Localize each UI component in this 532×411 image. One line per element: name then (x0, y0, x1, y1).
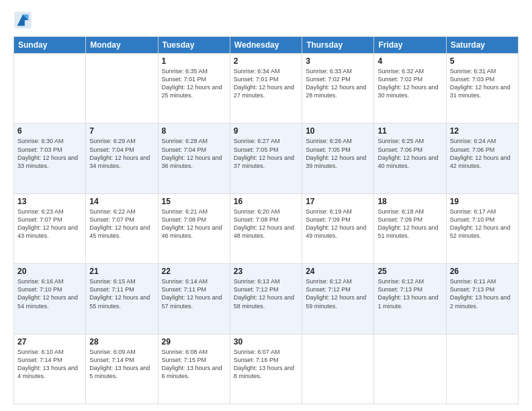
logo-icon (13, 11, 32, 30)
day-number: 12 (450, 126, 515, 136)
day-number: 6 (17, 126, 82, 136)
day-number: 5 (450, 56, 515, 66)
day-info: Sunrise: 6:29 AM Sunset: 7:04 PM Dayligh… (89, 137, 154, 170)
day-number: 25 (378, 267, 442, 276)
day-cell: 10Sunrise: 6:26 AM Sunset: 7:05 PM Dayli… (302, 124, 374, 193)
day-number: 10 (306, 126, 370, 136)
day-number: 23 (234, 267, 298, 276)
week-row-5: 27Sunrise: 6:10 AM Sunset: 7:14 PM Dayli… (14, 334, 519, 404)
day-info: Sunrise: 6:12 AM Sunset: 7:13 PM Dayligh… (378, 277, 442, 310)
day-info: Sunrise: 6:19 AM Sunset: 7:09 PM Dayligh… (306, 208, 370, 240)
weekday-tuesday: Tuesday (158, 37, 230, 54)
week-row-3: 13Sunrise: 6:23 AM Sunset: 7:07 PM Dayli… (14, 193, 519, 263)
day-info: Sunrise: 6:09 AM Sunset: 7:14 PM Dayligh… (89, 348, 154, 381)
day-number: 1 (162, 56, 226, 66)
day-number: 16 (234, 197, 298, 206)
day-number: 22 (162, 267, 226, 276)
day-cell (446, 334, 518, 404)
day-cell (86, 54, 158, 124)
weekday-monday: Monday (86, 37, 158, 54)
day-cell: 7Sunrise: 6:29 AM Sunset: 7:04 PM Daylig… (86, 124, 158, 193)
day-number: 29 (162, 337, 226, 347)
weekday-wednesday: Wednesday (230, 37, 302, 54)
day-info: Sunrise: 6:34 AM Sunset: 7:01 PM Dayligh… (234, 67, 298, 100)
day-cell: 16Sunrise: 6:20 AM Sunset: 7:08 PM Dayli… (230, 193, 302, 263)
page-header (13, 11, 519, 30)
day-cell: 23Sunrise: 6:13 AM Sunset: 7:12 PM Dayli… (230, 264, 302, 334)
day-cell: 1Sunrise: 6:35 AM Sunset: 7:01 PM Daylig… (158, 54, 230, 124)
day-cell: 11Sunrise: 6:25 AM Sunset: 7:06 PM Dayli… (374, 124, 446, 193)
day-number: 11 (378, 126, 442, 136)
day-cell: 25Sunrise: 6:12 AM Sunset: 7:13 PM Dayli… (374, 264, 446, 334)
day-cell: 9Sunrise: 6:27 AM Sunset: 7:05 PM Daylig… (230, 124, 302, 193)
day-cell: 12Sunrise: 6:24 AM Sunset: 7:06 PM Dayli… (446, 124, 518, 193)
day-number: 2 (234, 56, 298, 66)
day-number: 8 (162, 126, 226, 136)
week-row-1: 1Sunrise: 6:35 AM Sunset: 7:01 PM Daylig… (14, 54, 519, 124)
day-number: 3 (306, 56, 370, 66)
day-info: Sunrise: 6:32 AM Sunset: 7:02 PM Dayligh… (378, 67, 442, 100)
day-cell: 26Sunrise: 6:11 AM Sunset: 7:13 PM Dayli… (446, 264, 518, 334)
day-number: 9 (234, 126, 298, 136)
day-number: 21 (89, 267, 154, 276)
day-cell: 24Sunrise: 6:12 AM Sunset: 7:12 PM Dayli… (302, 264, 374, 334)
day-info: Sunrise: 6:21 AM Sunset: 7:08 PM Dayligh… (162, 208, 226, 240)
day-cell: 14Sunrise: 6:22 AM Sunset: 7:07 PM Dayli… (86, 193, 158, 263)
day-info: Sunrise: 6:13 AM Sunset: 7:12 PM Dayligh… (234, 277, 298, 310)
weekday-thursday: Thursday (302, 37, 374, 54)
day-number: 17 (306, 197, 370, 206)
day-cell: 19Sunrise: 6:17 AM Sunset: 7:10 PM Dayli… (446, 193, 518, 263)
day-info: Sunrise: 6:24 AM Sunset: 7:06 PM Dayligh… (450, 137, 515, 170)
day-info: Sunrise: 6:07 AM Sunset: 7:16 PM Dayligh… (234, 348, 298, 381)
day-info: Sunrise: 6:30 AM Sunset: 7:03 PM Dayligh… (17, 137, 82, 170)
weekday-header-row: SundayMondayTuesdayWednesdayThursdayFrid… (14, 37, 519, 54)
day-cell: 2Sunrise: 6:34 AM Sunset: 7:01 PM Daylig… (230, 54, 302, 124)
day-number: 13 (17, 197, 82, 206)
day-info: Sunrise: 6:23 AM Sunset: 7:07 PM Dayligh… (17, 208, 82, 240)
day-number: 26 (450, 267, 515, 276)
day-info: Sunrise: 6:16 AM Sunset: 7:10 PM Dayligh… (17, 277, 82, 310)
day-cell: 6Sunrise: 6:30 AM Sunset: 7:03 PM Daylig… (14, 124, 86, 193)
week-row-4: 20Sunrise: 6:16 AM Sunset: 7:10 PM Dayli… (14, 264, 519, 334)
day-number: 18 (378, 197, 442, 206)
day-info: Sunrise: 6:27 AM Sunset: 7:05 PM Dayligh… (234, 137, 298, 170)
weekday-sunday: Sunday (14, 37, 86, 54)
day-info: Sunrise: 6:11 AM Sunset: 7:13 PM Dayligh… (450, 277, 515, 310)
day-info: Sunrise: 6:22 AM Sunset: 7:07 PM Dayligh… (89, 208, 154, 240)
day-info: Sunrise: 6:08 AM Sunset: 7:15 PM Dayligh… (162, 348, 226, 381)
day-info: Sunrise: 6:12 AM Sunset: 7:12 PM Dayligh… (306, 277, 370, 310)
day-number: 24 (306, 267, 370, 276)
day-cell: 3Sunrise: 6:33 AM Sunset: 7:02 PM Daylig… (302, 54, 374, 124)
day-cell: 20Sunrise: 6:16 AM Sunset: 7:10 PM Dayli… (14, 264, 86, 334)
day-cell: 17Sunrise: 6:19 AM Sunset: 7:09 PM Dayli… (302, 193, 374, 263)
logo (13, 11, 34, 30)
day-info: Sunrise: 6:15 AM Sunset: 7:11 PM Dayligh… (89, 277, 154, 310)
day-cell: 29Sunrise: 6:08 AM Sunset: 7:15 PM Dayli… (158, 334, 230, 404)
day-cell: 13Sunrise: 6:23 AM Sunset: 7:07 PM Dayli… (14, 193, 86, 263)
weekday-friday: Friday (374, 37, 446, 54)
day-info: Sunrise: 6:17 AM Sunset: 7:10 PM Dayligh… (450, 208, 515, 240)
day-number: 30 (234, 337, 298, 347)
day-number: 7 (89, 126, 154, 136)
day-info: Sunrise: 6:31 AM Sunset: 7:03 PM Dayligh… (450, 67, 515, 100)
day-number: 19 (450, 197, 515, 206)
day-cell: 28Sunrise: 6:09 AM Sunset: 7:14 PM Dayli… (86, 334, 158, 404)
day-cell: 18Sunrise: 6:18 AM Sunset: 7:09 PM Dayli… (374, 193, 446, 263)
weekday-saturday: Saturday (446, 37, 518, 54)
day-cell (302, 334, 374, 404)
day-number: 20 (17, 267, 82, 276)
day-cell (14, 54, 86, 124)
day-info: Sunrise: 6:18 AM Sunset: 7:09 PM Dayligh… (378, 208, 442, 240)
day-cell: 4Sunrise: 6:32 AM Sunset: 7:02 PM Daylig… (374, 54, 446, 124)
day-number: 27 (17, 337, 82, 347)
day-cell: 22Sunrise: 6:14 AM Sunset: 7:11 PM Dayli… (158, 264, 230, 334)
day-cell: 30Sunrise: 6:07 AM Sunset: 7:16 PM Dayli… (230, 334, 302, 404)
day-cell: 15Sunrise: 6:21 AM Sunset: 7:08 PM Dayli… (158, 193, 230, 263)
day-number: 4 (378, 56, 442, 66)
day-cell: 21Sunrise: 6:15 AM Sunset: 7:11 PM Dayli… (86, 264, 158, 334)
day-info: Sunrise: 6:28 AM Sunset: 7:04 PM Dayligh… (162, 137, 226, 170)
day-info: Sunrise: 6:26 AM Sunset: 7:05 PM Dayligh… (306, 137, 370, 170)
calendar: SundayMondayTuesdayWednesdayThursdayFrid… (13, 36, 519, 404)
day-cell: 5Sunrise: 6:31 AM Sunset: 7:03 PM Daylig… (446, 54, 518, 124)
day-info: Sunrise: 6:14 AM Sunset: 7:11 PM Dayligh… (162, 277, 226, 310)
